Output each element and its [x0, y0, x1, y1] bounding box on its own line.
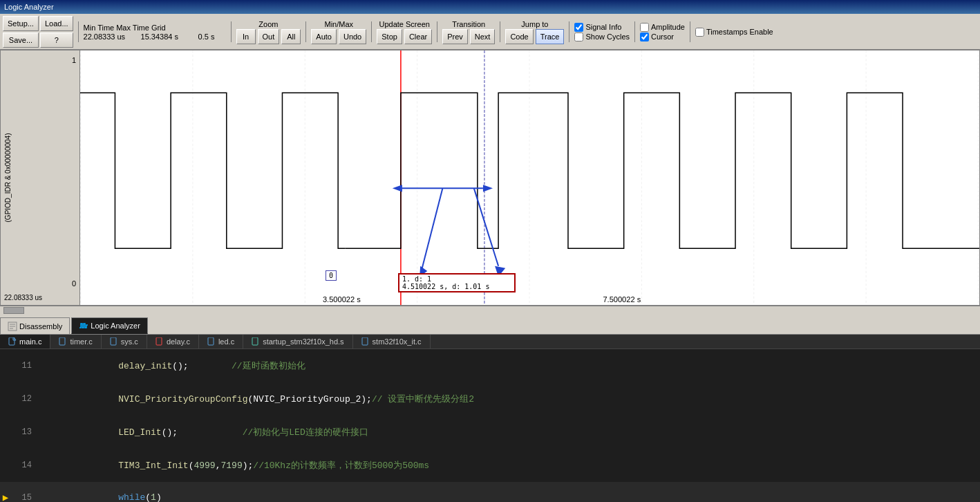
line-num-13: 13	[17, 427, 37, 437]
code-content-12: NVIC_PriorityGroupConfig(NVIC_PriorityGr…	[37, 382, 474, 416]
file-icon-delay-c	[156, 337, 164, 346]
show-cycles-checkbox[interactable]	[574, 32, 583, 41]
code-button[interactable]: Code	[505, 29, 533, 44]
timestamps-checkbox[interactable]	[695, 28, 704, 37]
file-tab-timer-c[interactable]: timer.c	[50, 335, 101, 348]
svg-text:7.500022 s: 7.500022 s	[603, 295, 641, 304]
cursor1-value: 0	[329, 272, 333, 279]
toolbar: Setup... Save... Load... ? Min Time Max …	[0, 14, 980, 50]
waveform-svg: 3.500022 s 7.500022 s	[80, 50, 979, 305]
line-num-12: 12	[17, 394, 37, 404]
file-buttons-group: Setup... Save... Load... ?	[3, 16, 73, 48]
time-label-left: 22.08333 us	[4, 294, 42, 301]
waveform-display[interactable]: 3.500022 s 7.500022 s 0 1. d: 1 4.510022…	[80, 50, 979, 305]
zoom-out-button[interactable]: Out	[258, 29, 280, 44]
h-scroll-thumb[interactable]	[3, 307, 24, 314]
editor-area: main.c timer.c sys.c delay.c led.c	[0, 335, 980, 502]
svg-rect-2	[80, 50, 979, 305]
update-screen-group: Update Screen Stop Clear	[377, 20, 432, 44]
file-icon-led-c	[207, 337, 216, 346]
help-button[interactable]: ?	[40, 32, 73, 48]
sep2	[231, 21, 232, 42]
file-icon-timer-c	[59, 337, 67, 346]
grid-label: Grid	[151, 24, 166, 32]
sep4	[371, 21, 372, 42]
mintime-value: 22.08333 us	[84, 32, 139, 41]
setup-button[interactable]: Setup...	[3, 16, 39, 31]
options-group: Signal Info Show Cycles	[574, 23, 630, 41]
signal-name: (GPIOD_IDR & 0x00000004)	[4, 133, 12, 223]
tab-disassembly-label: Disassembly	[19, 322, 62, 331]
maxtime-label: Max Time	[116, 24, 149, 32]
signal-labels-panel: 1 (GPIOD_IDR & 0x00000004) 0 22.08333 us	[1, 50, 80, 305]
sep1	[78, 21, 79, 42]
tab-disassembly[interactable]: Disassembly	[0, 317, 70, 334]
file-tab-main-c[interactable]: main.c	[0, 335, 50, 348]
svg-text:3.500022 s: 3.500022 s	[323, 295, 361, 304]
transition-label: Transition	[442, 20, 495, 28]
line-num-15: 15	[17, 493, 37, 503]
timestamps-label: Timestamps Enable	[706, 28, 773, 36]
signal-info-checkbox[interactable]	[574, 23, 583, 32]
show-cycles-label: Show Cycles	[585, 32, 630, 41]
svg-rect-21	[111, 337, 116, 345]
tab-logic-analyzer[interactable]: Logic Analyzer	[71, 317, 148, 334]
file-tab-startup[interactable]: startup_stm32f10x_hd.s	[243, 335, 352, 348]
maxtime-value: 15.34384 s	[141, 32, 196, 41]
cursor-checkbox[interactable]	[640, 32, 649, 41]
minmax-undo-button[interactable]: Undo	[339, 29, 366, 44]
zoom-all-button[interactable]: All	[281, 29, 301, 44]
trace-button[interactable]: Trace	[536, 29, 565, 44]
file-tab-stm32-it[interactable]: stm32f10x_it.c	[353, 335, 431, 348]
file-tab-led-c[interactable]: led.c	[199, 335, 243, 348]
sep8	[634, 21, 635, 42]
minmax-auto-button[interactable]: Auto	[311, 29, 337, 44]
file-tab-sys-c[interactable]: sys.c	[102, 335, 147, 348]
signal-info-label: Signal Info	[585, 23, 621, 31]
file-tab-main-c-label: main.c	[19, 337, 41, 346]
logic-analyzer-icon	[79, 321, 88, 331]
h-scrollbar[interactable]	[0, 306, 980, 314]
transition-group: Transition Prev Next	[442, 20, 495, 44]
sep6	[500, 21, 500, 42]
jumpto-group: Jump to Code Trace	[505, 20, 564, 44]
cursor2-box: 1. d: 1 4.510022 s, d: 1.01 s	[398, 273, 516, 292]
file-tab-delay-c-label: delay.c	[167, 337, 190, 346]
load-button[interactable]: Load...	[40, 16, 73, 31]
signal-low-value: 0	[72, 279, 76, 288]
zoom-group: Zoom In Out All	[236, 20, 301, 44]
zoom-label: Zoom	[236, 20, 301, 28]
file-tab-led-c-label: led.c	[218, 337, 234, 346]
code-content-11: delay_init(); //延时函数初始化	[37, 349, 305, 382]
file-tab-delay-c[interactable]: delay.c	[147, 335, 199, 348]
timestamps-group: Timestamps Enable	[695, 28, 773, 37]
svg-rect-22	[156, 337, 162, 345]
file-tab-stm32-it-label: stm32f10x_it.c	[373, 337, 422, 346]
minmax-group: Min/Max Auto Undo	[311, 20, 366, 44]
sep7	[569, 21, 569, 42]
file-icon-sys-c	[110, 337, 118, 346]
zoom-in-button[interactable]: In	[236, 29, 256, 44]
display-options-group: Amplitude Cursor	[640, 23, 685, 41]
code-line-14: 14 TIM3_Int_Init(4999,7199);//10Khz的计数频率…	[0, 449, 980, 482]
file-icon-stm32-it	[361, 337, 370, 346]
code-editor[interactable]: 11 delay_init(); //延时函数初始化 12 NVIC_Prior…	[0, 349, 980, 502]
mintime-label: Min Time	[84, 24, 115, 32]
line-indicator-15: ▶	[0, 492, 11, 502]
line-num-14: 14	[17, 461, 37, 470]
code-content-14: TIM3_Int_Init(4999,7199);//10Khz的计数频率，计数…	[37, 449, 429, 482]
save-button[interactable]: Save...	[3, 32, 39, 48]
stop-button[interactable]: Stop	[377, 29, 402, 44]
next-button[interactable]: Next	[470, 29, 496, 44]
clear-button[interactable]: Clear	[404, 29, 432, 44]
file-icon-main-c	[8, 337, 17, 346]
file-tab-timer-c-label: timer.c	[70, 337, 92, 346]
svg-rect-24	[252, 337, 258, 345]
title-bar: Logic Analyzer	[0, 0, 980, 14]
sep3	[305, 21, 306, 42]
prev-button[interactable]: Prev	[442, 29, 468, 44]
cursor1-box: 0	[326, 270, 337, 281]
tab-logic-analyzer-label: Logic Analyzer	[91, 322, 140, 330]
svg-rect-23	[208, 337, 214, 345]
amplitude-checkbox[interactable]	[640, 23, 649, 32]
